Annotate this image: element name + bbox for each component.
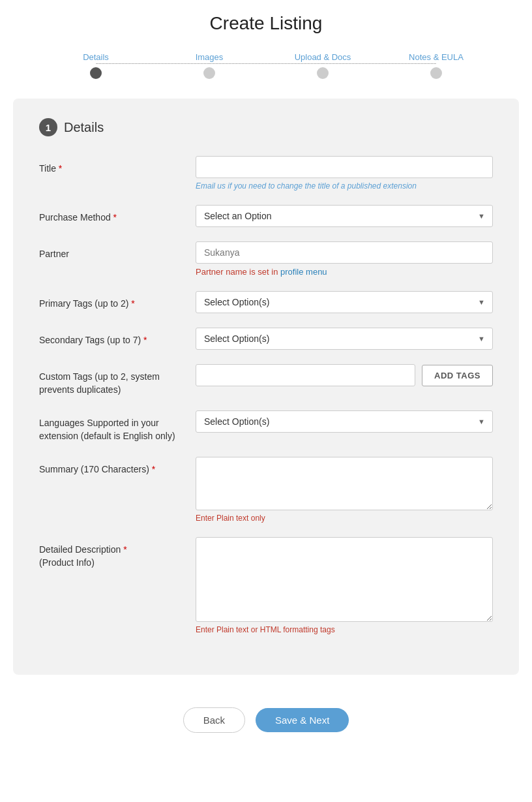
languages-select[interactable]: Select Option(s) [196, 410, 493, 433]
page-title: Create Listing [0, 0, 532, 46]
custom-tags-control-wrap: ADD TAGS [196, 364, 493, 386]
detailed-desc-hint: Enter Plain text or HTML formatting tags [196, 625, 493, 634]
primary-tags-select[interactable]: Select Option(s) [196, 291, 493, 313]
summary-textarea[interactable] [196, 457, 493, 510]
secondary-tags-select-wrap: Select Option(s) [196, 328, 493, 350]
title-input[interactable] [196, 156, 493, 178]
languages-label: Languages Supported in your extension (d… [39, 410, 196, 442]
step-images: Images [153, 52, 266, 79]
summary-row: Summary (170 Characters) * Enter Plain t… [39, 457, 493, 523]
back-button[interactable]: Back [183, 707, 245, 733]
stepper: Details Images Upload & Docs Notes & EUL… [0, 46, 532, 99]
languages-control-wrap: Select Option(s) [196, 410, 493, 433]
languages-row: Languages Supported in your extension (d… [39, 410, 493, 442]
section-title: Details [64, 120, 104, 135]
purchase-method-select[interactable]: Select an Option [196, 205, 493, 227]
step-images-circle [203, 67, 215, 79]
section-number: 1 [39, 118, 57, 136]
custom-tags-label: Custom Tags (up to 2, system prevents du… [39, 364, 196, 396]
step-upload-label: Upload & Docs [295, 52, 351, 62]
step-notes-label: Notes & EULA [409, 52, 464, 62]
form-card: 1 Details Title * Email us if you need t… [13, 99, 519, 675]
primary-tags-control-wrap: Select Option(s) [196, 291, 493, 313]
purchase-method-select-wrap: Select an Option [196, 205, 493, 227]
detailed-desc-control-wrap: Enter Plain text or HTML formatting tags [196, 537, 493, 634]
custom-tags-input-row: ADD TAGS [196, 364, 493, 386]
title-hint: Email us if you need to change the title… [196, 181, 493, 191]
primary-tags-row: Primary Tags (up to 2) * Select Option(s… [39, 291, 493, 313]
summary-label: Summary (170 Characters) * [39, 457, 196, 476]
step-line-3 [323, 63, 436, 64]
step-notes: Notes & EULA [379, 52, 493, 79]
partner-control-wrap: Partner name is set in profile menu [196, 241, 493, 277]
detailed-desc-label: Detailed Description * (Product Info) [39, 537, 196, 569]
bottom-bar: Back Save & Next [0, 694, 532, 752]
step-notes-circle [430, 67, 442, 79]
step-upload: Upload & Docs [266, 52, 379, 79]
section-header: 1 Details [39, 118, 493, 136]
step-images-label: Images [196, 52, 224, 62]
purchase-method-row: Purchase Method * Select an Option [39, 205, 493, 227]
primary-tags-label: Primary Tags (up to 2) * [39, 291, 196, 311]
title-label: Title * [39, 156, 196, 176]
step-details-circle [90, 67, 102, 79]
step-upload-circle [317, 67, 329, 79]
title-control-wrap: Email us if you need to change the title… [196, 156, 493, 191]
secondary-tags-row: Secondary Tags (up to 7) * Select Option… [39, 328, 493, 350]
save-next-button[interactable]: Save & Next [256, 708, 349, 732]
detailed-desc-textarea[interactable] [196, 537, 493, 622]
purchase-method-control-wrap: Select an Option [196, 205, 493, 227]
partner-label: Partner [39, 241, 196, 261]
secondary-tags-label: Secondary Tags (up to 7) * [39, 328, 196, 347]
title-row: Title * Email us if you need to change t… [39, 156, 493, 191]
custom-tags-row: Custom Tags (up to 2, system prevents du… [39, 364, 493, 396]
primary-tags-select-wrap: Select Option(s) [196, 291, 493, 313]
step-details: Details [39, 52, 153, 79]
profile-menu-link[interactable]: profile menu [280, 267, 327, 277]
step-details-label: Details [83, 52, 109, 62]
languages-select-wrap: Select Option(s) [196, 410, 493, 433]
detailed-desc-row: Detailed Description * (Product Info) En… [39, 537, 493, 634]
secondary-tags-control-wrap: Select Option(s) [196, 328, 493, 350]
partner-hint: Partner name is set in profile menu [196, 267, 493, 277]
partner-row: Partner Partner name is set in profile m… [39, 241, 493, 277]
step-line-2 [209, 63, 323, 64]
purchase-method-label: Purchase Method * [39, 205, 196, 224]
partner-input[interactable] [196, 241, 493, 264]
step-line-1 [96, 63, 209, 64]
secondary-tags-select[interactable]: Select Option(s) [196, 328, 493, 350]
add-tags-button[interactable]: ADD TAGS [422, 365, 493, 386]
custom-tags-input[interactable] [196, 364, 415, 386]
summary-control-wrap: Enter Plain text only [196, 457, 493, 523]
summary-hint: Enter Plain text only [196, 514, 493, 523]
